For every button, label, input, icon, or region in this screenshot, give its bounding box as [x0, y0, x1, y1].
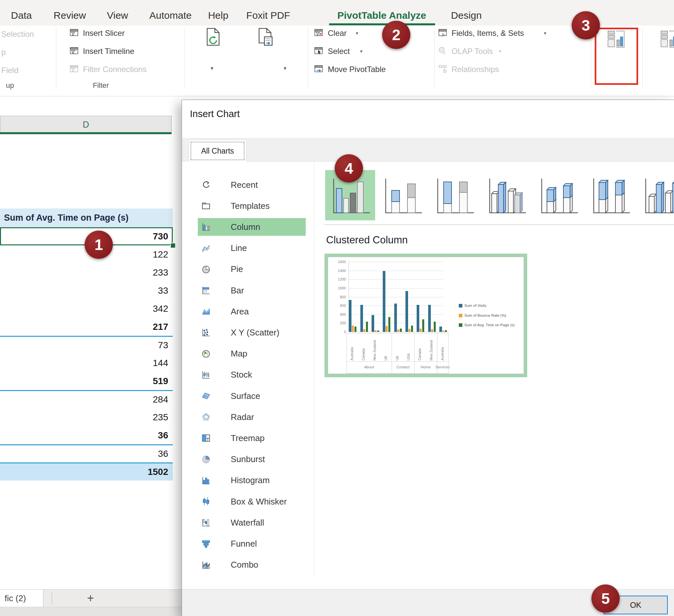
scatter-icon: [202, 328, 210, 337]
table-row[interactable]: 36: [0, 444, 173, 462]
ribbon-button-select[interactable]: Select: [328, 47, 350, 56]
chart-bar: [420, 329, 422, 332]
subtype-thumb-3d-clustered-column[interactable]: [481, 170, 531, 220]
chart-type-label: Combo: [231, 560, 258, 570]
column-header-D[interactable]: D: [0, 116, 172, 134]
ribbon-button-clear[interactable]: Clear: [328, 29, 347, 38]
clear-icon: [314, 28, 323, 37]
ribbon-button-fields-items-sets[interactable]: Fields, Items, & Sets: [452, 29, 524, 38]
chart-preview-frame[interactable]: 02004006008001000120014001600AustraliaCa…: [325, 254, 527, 377]
pie-icon: [202, 265, 210, 274]
menu-tab-view[interactable]: View: [107, 10, 128, 21]
chart-type-histogram[interactable]: Histogram: [182, 472, 314, 489]
menu-tab-foxit-pdf[interactable]: Foxit PDF: [246, 10, 290, 21]
subtype-thumb-100-stacked-column[interactable]: [429, 170, 479, 220]
table-row[interactable]: 144: [0, 354, 173, 372]
chart-type-recent[interactable]: Recent: [182, 176, 314, 194]
chart-gridline: [348, 279, 443, 280]
add-sheet-button[interactable]: +: [79, 590, 102, 607]
chart-type-map[interactable]: Map: [182, 345, 314, 363]
menu-tab-data[interactable]: Data: [11, 10, 31, 21]
box-whisker-icon: [202, 497, 210, 506]
table-row[interactable]: 233: [0, 264, 173, 282]
line-icon: [202, 244, 210, 253]
menu-tab-help[interactable]: Help: [208, 10, 228, 21]
menu-tab-design[interactable]: Design: [451, 10, 481, 21]
select-icon: [314, 46, 323, 55]
y-axis-tick-label: 200: [331, 321, 346, 325]
ribbon-button-move-pivottable[interactable]: Move PivotTable: [328, 65, 386, 74]
grand-total-row[interactable]: 1502: [0, 462, 173, 480]
ribbon-button-insert-slicer[interactable]: Insert Slicer: [83, 29, 125, 38]
map-icon: [202, 350, 210, 358]
area-icon: [202, 307, 210, 316]
table-row[interactable]: 33: [0, 282, 173, 300]
table-row[interactable]: 519: [0, 372, 173, 390]
subtype-divider: [325, 224, 674, 225]
chart-bar: [400, 329, 402, 332]
group-separator: [448, 333, 449, 373]
templates-icon: [202, 202, 210, 210]
ribbon-button-insert-timeline[interactable]: Insert Timeline: [83, 47, 134, 56]
chart-bar: [354, 327, 356, 332]
table-row[interactable]: 217: [0, 318, 173, 336]
chart-type-waterfall[interactable]: Waterfall: [182, 514, 314, 531]
subtype-thumb-3d-stacked-column[interactable]: [533, 170, 583, 220]
move-pivottable-icon: [314, 64, 323, 73]
x-category-label: UK: [384, 334, 388, 360]
ribbon-button-relationships: Relationships: [452, 65, 499, 74]
menu-tab-automate[interactable]: Automate: [149, 10, 192, 21]
subtype-thumb-stacked-column[interactable]: [377, 170, 427, 220]
preview-title: Clustered Column: [326, 234, 408, 246]
y-axis-tick-label: 600: [331, 304, 346, 308]
fill-handle[interactable]: [170, 243, 176, 248]
svg-text:fx: fx: [442, 32, 445, 37]
chart-type-sunburst[interactable]: Sunburst: [182, 451, 314, 468]
subtype-thumb-3d-column[interactable]: [637, 170, 674, 220]
chart-type-treemap[interactable]: Treemap: [182, 429, 314, 447]
tab-all-charts[interactable]: All Charts: [189, 140, 246, 162]
table-row[interactable]: 342: [0, 300, 173, 318]
chart-type-line[interactable]: Line: [182, 240, 314, 257]
legend-swatch: [459, 304, 462, 308]
x-category-label: Canada: [361, 334, 365, 360]
table-row[interactable]: 284: [0, 390, 173, 408]
chart-type-label: X Y (Scatter): [231, 328, 279, 338]
x-group-label: Services: [435, 365, 450, 369]
chart-type-funnel[interactable]: Funnel: [182, 535, 314, 553]
chart-type-area[interactable]: Area: [182, 303, 314, 320]
x-category-label: USA: [407, 334, 411, 360]
status-bar: [0, 607, 182, 616]
tab-focus-outline: [191, 142, 244, 160]
subtype-thumb-3d-100-stacked-column[interactable]: [585, 170, 635, 220]
chart-type-pie[interactable]: Pie: [182, 261, 314, 278]
chart-type-column[interactable]: Column: [182, 218, 314, 236]
chart-bar: [411, 326, 413, 332]
chart-type-stock[interactable]: Stock: [182, 366, 314, 384]
menu-tab-pivottable-analyze[interactable]: PivotTable Analyze: [337, 10, 426, 21]
table-row[interactable]: 36: [0, 426, 173, 444]
ribbon-button-change-data-source[interactable]: [257, 28, 280, 49]
chart-type-radar[interactable]: Radar: [182, 408, 314, 426]
sheet-tab[interactable]: fic (2): [0, 590, 43, 607]
chart-type-x-y-scatter-[interactable]: X Y (Scatter): [182, 324, 314, 341]
chart-bar: [431, 329, 433, 332]
ribbon-group-separator: [184, 28, 185, 88]
table-row[interactable]: 235: [0, 408, 173, 426]
table-row[interactable]: 73: [0, 336, 173, 354]
chart-type-label: Column: [231, 222, 260, 232]
chart-type-surface[interactable]: Surface: [182, 387, 314, 405]
olap-icon: fx: [438, 46, 447, 55]
chart-type-combo[interactable]: Combo: [182, 556, 314, 574]
group-separator: [391, 333, 392, 373]
pivot-field-header-cell[interactable]: Sum of Avg. Time on Page (s): [0, 208, 173, 227]
chart-type-templates[interactable]: Templates: [182, 197, 314, 215]
chart-type-box-whisker[interactable]: Box & Whisker: [182, 493, 314, 510]
dropdown-chevron-icon: ▾: [544, 30, 546, 36]
ribbon-button-refresh[interactable]: [205, 28, 228, 49]
annotation-badge-1: 1: [85, 230, 113, 259]
chart-type-bar[interactable]: Bar: [182, 282, 314, 299]
chart-type-label: Templates: [231, 201, 270, 211]
pivotchart-highlight-box: [595, 28, 638, 85]
menu-tab-review[interactable]: Review: [53, 10, 86, 21]
